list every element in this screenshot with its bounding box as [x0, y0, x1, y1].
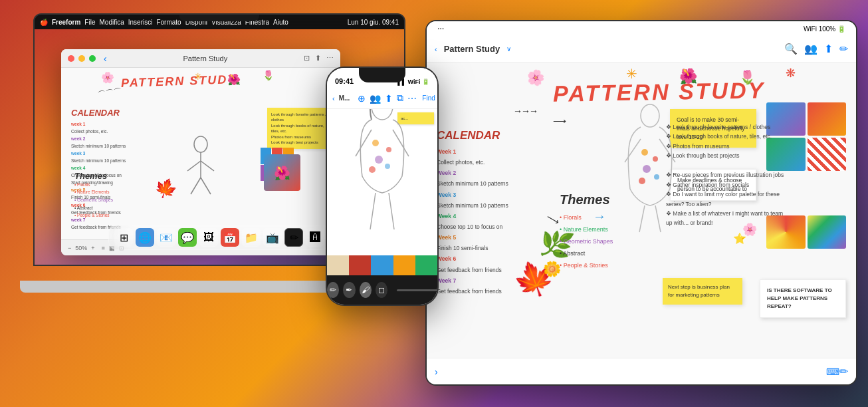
iphone-notch	[359, 68, 405, 82]
menu-inserisci[interactable]: Inserisci	[128, 19, 153, 26]
svg-line-24	[639, 205, 645, 232]
svg-point-20	[654, 174, 659, 180]
ipad-themes-list: • Florals • Nature Elements • Geometric …	[560, 211, 613, 271]
dock-appstore[interactable]: 🅰	[306, 228, 324, 247]
star-deco: ✳	[194, 71, 202, 82]
maximize-button[interactable]	[89, 55, 96, 62]
ipad-themes-title: Themes	[560, 192, 613, 207]
view-icon-1[interactable]: ≡	[102, 245, 105, 251]
ipad-edit-icon[interactable]: ✏	[839, 43, 848, 55]
tool-brush[interactable]: 🖌	[360, 282, 372, 298]
share-icon[interactable]: ⬆	[315, 54, 321, 63]
macbook-notch	[179, 15, 259, 21]
ipad-title-chevron[interactable]: ∨	[506, 45, 511, 53]
menu-formato[interactable]: Formato	[156, 19, 181, 26]
ipad-pencil-icon[interactable]: ✏	[839, 365, 848, 378]
minimize-button[interactable]	[78, 55, 85, 62]
svg-point-19	[643, 165, 651, 173]
iphone-more-icon[interactable]: ⋯	[407, 93, 417, 104]
dock-calendar[interactable]: 📅	[221, 228, 239, 247]
svg-point-8	[386, 147, 391, 152]
svg-point-9	[375, 156, 383, 164]
ipad-back-button[interactable]: ‹	[435, 45, 437, 53]
ipad-yellow-flower: 🌼	[543, 261, 561, 278]
dock-freeform[interactable]: ✏	[284, 228, 303, 247]
iphone-copy-icon[interactable]: ⧉	[397, 92, 403, 104]
iphone-toolbar[interactable]: ‹ M... ⊕ 👥 ⬆ ⧉ ⋯ Find	[327, 88, 437, 109]
ipad-people-icon[interactable]: 👥	[804, 43, 817, 55]
ipad-toolbar[interactable]: ‹ Pattern Study ∨ 🔍 👥 ⬆ ✏	[427, 36, 856, 63]
svg-line-4	[191, 178, 201, 194]
ipad-flower-2: 🌺	[679, 68, 697, 85]
iphone-add-icon[interactable]: ⊕	[358, 93, 366, 104]
iphone-content[interactable]: ac...	[327, 109, 437, 275]
svg-line-22	[625, 139, 641, 162]
ipad-status-right: WiFi 100% 🔋	[804, 25, 845, 33]
menu-modifica[interactable]: Modifica	[99, 19, 124, 26]
ipad-deco-star: ❋	[786, 66, 796, 80]
ipad-share-icon[interactable]: ⬆	[824, 43, 833, 55]
ipad-body: ⋯ WiFi 100% 🔋 ‹ Pattern Study ∨ 🔍 👥 ⬆ ✏ …	[425, 20, 857, 386]
tool-pencil-1[interactable]: ✏	[327, 282, 339, 298]
window-toolbar-icons: ⊡ ⬆ ⋯	[304, 54, 334, 63]
dock-launchpad[interactable]: ⊞	[114, 228, 133, 247]
notes-area: Look through favorite patterns / clothes…	[267, 108, 334, 149]
zoom-plus[interactable]: +	[91, 245, 94, 251]
ipad-calendar-title: CALENDAR	[437, 129, 550, 142]
iphone-people-icon[interactable]: 👥	[370, 93, 381, 104]
ipad-flower-3: 🌷	[739, 69, 756, 85]
zoom-level: 50%	[75, 245, 87, 251]
menu-freeform[interactable]: Freeform	[52, 19, 80, 26]
dock-safari[interactable]: 🌐	[136, 228, 154, 247]
menu-aiuto[interactable]: Aiuto	[273, 19, 288, 26]
ipad-screen: ⋯ WiFi 100% 🔋 ‹ Pattern Study ∨ 🔍 👥 ⬆ ✏ …	[427, 21, 856, 384]
svg-line-25	[655, 205, 661, 232]
sidebar-icon[interactable]: ⊡	[304, 54, 310, 63]
window-canvas[interactable]: PATTERN STUDY 🌸 ✳ 🌺 🌷 ⌒⌒⌒ CALENDAR we	[61, 68, 340, 239]
menu-file[interactable]: File	[84, 19, 95, 26]
dock-tv[interactable]: 📺	[263, 228, 282, 247]
ipad-bottom-back[interactable]: ›	[435, 366, 438, 377]
iphone-doc-title: M...	[339, 94, 350, 102]
svg-point-21	[639, 178, 645, 184]
ipad-branch-top: →→→	[513, 106, 537, 116]
ipad-deco-arrow-1: ⟶	[553, 116, 566, 126]
iphone-drawing-toolbar[interactable]: ✏ ✒ 🖌 ◻	[327, 275, 437, 305]
mac-clock: Lun 10 giu. 09:41	[348, 19, 399, 26]
flower-deco-3: 🌷	[263, 70, 274, 80]
iphone-figure-svg	[342, 109, 422, 236]
svg-point-18	[653, 156, 658, 162]
ipad-search-icon[interactable]: 🔍	[784, 43, 798, 55]
ipad-star: ✳	[626, 66, 637, 82]
tool-pencil-2[interactable]: ✒	[343, 282, 355, 298]
iphone-share-icon[interactable]: ⬆	[385, 93, 393, 104]
back-icon[interactable]: ‹	[104, 53, 107, 64]
figure-sketch-mac	[181, 134, 221, 201]
tool-eraser[interactable]: ◻	[376, 282, 387, 298]
more-icon[interactable]: ⋯	[326, 54, 334, 63]
window-title: Pattern Study	[111, 55, 300, 63]
ipad: ⋯ WiFi 100% 🔋 ‹ Pattern Study ∨ 🔍 👥 ⬆ ✏ …	[425, 20, 857, 386]
dock-photos[interactable]: 🖼	[199, 228, 218, 247]
svg-point-6	[372, 109, 393, 120]
dock-mail[interactable]: 📧	[157, 228, 175, 247]
close-button[interactable]	[68, 55, 74, 62]
dock-messages[interactable]: 💬	[178, 228, 197, 247]
iphone-screen: 09:41 ▌▌ WiFi 🔋 ‹ M... ⊕ 👥 ⬆ ⧉ ⋯ Find ac…	[327, 68, 437, 305]
svg-point-7	[372, 140, 379, 146]
ipad-content[interactable]: PATTERN STUDY 🌸 ✳ 🌺 🌷 ❋ →→→ CALENDAR Wee…	[427, 63, 856, 358]
ipad-keyboard-icon[interactable]: ⌨	[826, 366, 839, 377]
ipad-bottombar[interactable]: › ⌨ ✏	[427, 358, 856, 384]
flower-deco-2: 🌺	[227, 73, 241, 86]
svg-point-0	[194, 136, 207, 152]
figure-svg-mac	[181, 134, 221, 201]
apple-icon: 🍎	[40, 19, 48, 26]
ipad-themes-section: Themes • Florals • Nature Elements • Geo…	[560, 192, 613, 271]
swatch-4	[808, 138, 847, 171]
iphone-find-button[interactable]: Find	[421, 93, 436, 103]
zoom-minus[interactable]: −	[68, 245, 71, 251]
dock-files[interactable]: 📁	[242, 228, 261, 247]
iphone-back-button[interactable]: ‹	[332, 94, 335, 102]
branch-deco: ⌒⌒⌒	[97, 86, 122, 101]
stroke-slider[interactable]	[397, 289, 437, 291]
